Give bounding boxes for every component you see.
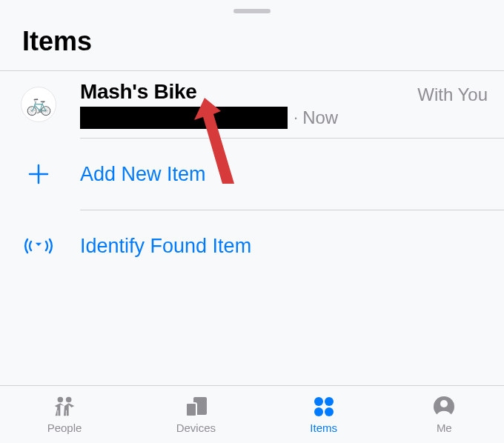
- person-icon: [431, 395, 457, 419]
- item-icon-circle: 🚲: [21, 87, 56, 122]
- tab-devices-label: Devices: [176, 422, 216, 434]
- page-title: Items: [22, 26, 482, 57]
- sheet-handle[interactable]: [233, 9, 271, 13]
- tab-people-label: People: [47, 422, 82, 434]
- svg-point-3: [66, 397, 72, 403]
- item-row[interactable]: 🚲 Mash's Bike · Now With You: [0, 71, 504, 138]
- svg-rect-5: [186, 403, 196, 416]
- tab-bar: People Devices Items: [0, 385, 504, 443]
- separator-dot: ·: [294, 108, 298, 127]
- svg-point-8: [314, 407, 323, 416]
- item-status: With You: [417, 84, 488, 105]
- locate-icon: [21, 228, 56, 264]
- identify-found-item-label: Identify Found Item: [80, 235, 251, 258]
- item-location-redacted: [80, 107, 288, 129]
- tab-people[interactable]: People: [47, 395, 82, 434]
- add-new-item-button[interactable]: Add New Item: [0, 139, 504, 210]
- item-name: Mash's Bike: [80, 80, 417, 104]
- svg-point-9: [325, 407, 334, 416]
- tab-me-label: Me: [437, 422, 452, 434]
- devices-icon: [183, 395, 208, 419]
- tab-items-label: Items: [310, 422, 337, 434]
- items-icon: [311, 395, 336, 419]
- svg-point-2: [58, 397, 64, 403]
- tab-devices[interactable]: Devices: [176, 395, 216, 434]
- plus-icon: [21, 156, 56, 192]
- people-icon: [52, 395, 77, 419]
- add-new-item-label: Add New Item: [80, 163, 206, 186]
- item-time: Now: [302, 107, 338, 128]
- item-text: Mash's Bike · Now: [80, 80, 417, 129]
- identify-found-item-button[interactable]: Identify Found Item: [0, 210, 504, 282]
- svg-point-6: [314, 397, 323, 406]
- svg-point-7: [325, 397, 334, 406]
- tab-me[interactable]: Me: [431, 395, 457, 434]
- svg-point-11: [440, 400, 448, 407]
- bicycle-icon: 🚲: [26, 94, 52, 115]
- tab-items[interactable]: Items: [310, 395, 337, 434]
- item-subline: · Now: [80, 107, 417, 129]
